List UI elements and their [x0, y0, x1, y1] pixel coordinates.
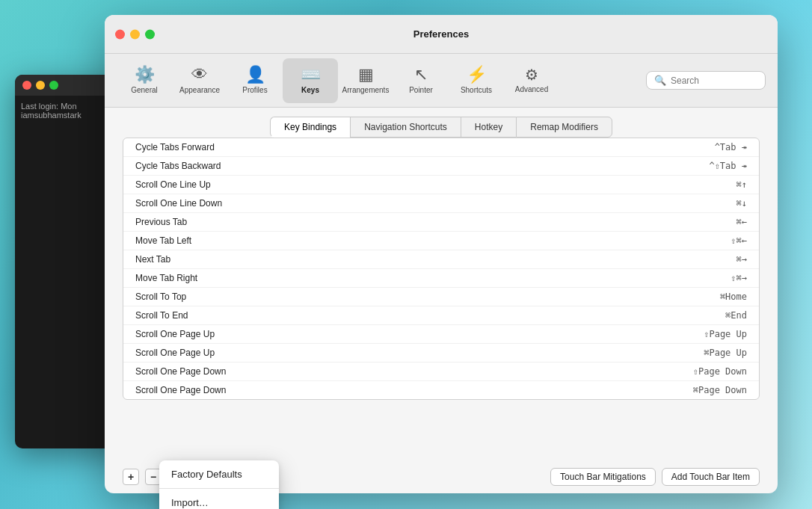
toolbar-item-appearance[interactable]: 👁 Appearance — [172, 58, 227, 103]
keybind-table: Cycle Tabs Forward ^Tab ↠ Cycle Tabs Bac… — [123, 138, 760, 400]
keybind-name: Move Tab Right — [135, 273, 197, 283]
table-row[interactable]: Scroll One Page Up ⌘Page Up — [123, 344, 759, 363]
window-title: Preferences — [413, 28, 469, 40]
keybind-shortcut: ⌘Page Up — [704, 348, 747, 358]
table-row[interactable]: Cycle Tabs Backward ^⇧Tab ↠ — [123, 157, 759, 176]
bg-terminal-min — [36, 81, 45, 90]
keybind-shortcut: ⌘↑ — [736, 179, 747, 190]
toolbar-item-profiles[interactable]: 👤 Profiles — [227, 58, 283, 103]
tab-remap-modifiers[interactable]: Remap Modifiers — [516, 117, 612, 138]
close-button[interactable] — [115, 29, 125, 39]
advanced-icon: ⚙ — [525, 67, 538, 82]
table-row[interactable]: Move Tab Right ⇧⌘→ — [123, 269, 759, 288]
appearance-icon: 👁 — [191, 67, 208, 83]
keybind-shortcut: ⌘Page Down — [693, 385, 747, 395]
table-row[interactable]: Scroll To End ⌘End — [123, 306, 759, 325]
tab-key-bindings[interactable]: Key Bindings — [270, 117, 350, 138]
toolbar-item-pointer[interactable]: ↖ Pointer — [393, 58, 449, 103]
tab-navigation-shortcuts[interactable]: Navigation Shortcuts — [350, 117, 461, 138]
keybind-shortcut: ⌘End — [725, 310, 747, 321]
keybind-shortcut: ⌘← — [736, 217, 747, 227]
appearance-label: Appearance — [179, 86, 220, 94]
touch-bar-mitigations-button[interactable]: Touch Bar Mitigations — [550, 468, 656, 486]
keybind-name: Scroll One Line Down — [135, 198, 222, 209]
presets-dropdown: Factory Defaults Import… Export… — [159, 460, 279, 509]
right-buttons: Touch Bar Mitigations Add Touch Bar Item — [550, 468, 760, 486]
table-row[interactable]: Scroll To Top ⌘Home — [123, 288, 759, 306]
keybind-shortcut: ⇧Page Up — [704, 329, 747, 339]
keybind-name: Scroll To End — [135, 310, 188, 321]
toolbar-item-shortcuts[interactable]: ⚡ Shortcuts — [449, 58, 504, 103]
keybind-shortcut: ⌘Home — [720, 291, 747, 302]
keys-icon: ⌨️ — [301, 67, 321, 83]
pointer-icon: ↖ — [414, 67, 428, 83]
keybind-shortcut: ^Tab ↠ — [715, 142, 747, 152]
bg-terminal-max — [49, 81, 58, 90]
bg-terminal-close — [22, 81, 31, 90]
keybind-shortcut: ⇧⌘← — [731, 235, 747, 246]
keybind-name: Scroll One Page Down — [135, 385, 226, 395]
profiles-icon: 👤 — [245, 67, 265, 83]
bottom-toolbar: + − ⊕ Presets... ▾ Factory Defaults Impo… — [105, 460, 778, 493]
dropdown-import[interactable]: Import… — [159, 492, 279, 509]
keybind-shortcut: ^⇧Tab ↠ — [709, 161, 747, 171]
keybind-name: Scroll One Page Down — [135, 366, 226, 377]
tab-hotkey[interactable]: Hotkey — [461, 117, 516, 138]
maximize-button[interactable] — [145, 29, 155, 39]
preferences-window: Preferences ⚙️ General 👁 Appearance 👤 Pr… — [105, 15, 778, 493]
search-icon: 🔍 — [654, 75, 666, 86]
keybind-shortcut: ⇧Page Down — [693, 366, 747, 377]
profiles-label: Profiles — [242, 86, 267, 94]
table-row[interactable]: Scroll One Page Up ⇧Page Up — [123, 325, 759, 344]
table-row[interactable]: Scroll One Page Down ⇧Page Down — [123, 363, 759, 381]
dropdown-divider — [159, 488, 279, 489]
add-touch-bar-button[interactable]: Add Touch Bar Item — [662, 468, 760, 486]
key-bindings-area: Cycle Tabs Forward ^Tab ↠ Cycle Tabs Bac… — [105, 138, 778, 460]
keys-label: Keys — [301, 86, 319, 94]
tabbar: Key Bindings Navigation Shortcuts Hotkey… — [105, 108, 778, 138]
keybind-name: Cycle Tabs Forward — [135, 142, 215, 152]
search-box[interactable]: 🔍 — [646, 71, 766, 90]
advanced-label: Advanced — [515, 85, 548, 93]
general-icon: ⚙️ — [135, 67, 155, 83]
toolbar-item-general[interactable]: ⚙️ General — [117, 58, 172, 103]
table-row[interactable]: Scroll One Page Down ⌘Page Down — [123, 381, 759, 399]
table-row[interactable]: Next Tab ⌘→ — [123, 250, 759, 269]
minimize-button[interactable] — [130, 29, 140, 39]
add-button[interactable]: + — [123, 469, 139, 485]
arrangements-icon: ▦ — [358, 67, 374, 83]
table-row[interactable]: Scroll One Line Down ⌘↓ — [123, 194, 759, 213]
keybind-name: Cycle Tabs Backward — [135, 161, 221, 171]
keybind-name: Scroll To Top — [135, 291, 186, 302]
keybind-shortcut: ⌘↓ — [736, 198, 747, 209]
toolbar-item-arrangements[interactable]: ▦ Arrangements — [338, 58, 393, 103]
keybind-name: Scroll One Page Up — [135, 348, 215, 358]
general-label: General — [131, 86, 158, 94]
toolbar-item-keys[interactable]: ⌨️ Keys — [283, 58, 338, 103]
search-input[interactable] — [671, 75, 757, 86]
keybind-shortcut: ⇧⌘→ — [731, 273, 747, 283]
arrangements-label: Arrangements — [342, 86, 390, 94]
table-row[interactable]: Move Tab Left ⇧⌘← — [123, 232, 759, 250]
keybind-name: Scroll One Line Up — [135, 179, 211, 190]
table-row[interactable]: Previous Tab ⌘← — [123, 213, 759, 232]
keybind-name: Scroll One Page Up — [135, 329, 215, 339]
toolbar-item-advanced[interactable]: ⚙ Advanced — [504, 58, 559, 103]
shortcuts-label: Shortcuts — [461, 86, 492, 94]
keybind-shortcut: ⌘→ — [736, 254, 747, 265]
table-row[interactable]: Scroll One Line Up ⌘↑ — [123, 176, 759, 194]
titlebar: Preferences — [105, 15, 778, 54]
keybind-name: Next Tab — [135, 254, 170, 265]
toolbar: ⚙️ General 👁 Appearance 👤 Profiles ⌨️ Ke… — [105, 54, 778, 108]
keybind-name: Previous Tab — [135, 217, 187, 227]
keybind-name: Move Tab Left — [135, 235, 191, 246]
shortcuts-icon: ⚡ — [467, 67, 487, 83]
dropdown-factory-defaults[interactable]: Factory Defaults — [159, 463, 279, 485]
titlebar-buttons — [115, 29, 155, 39]
table-row[interactable]: Cycle Tabs Forward ^Tab ↠ — [123, 138, 759, 157]
pointer-label: Pointer — [409, 86, 433, 94]
